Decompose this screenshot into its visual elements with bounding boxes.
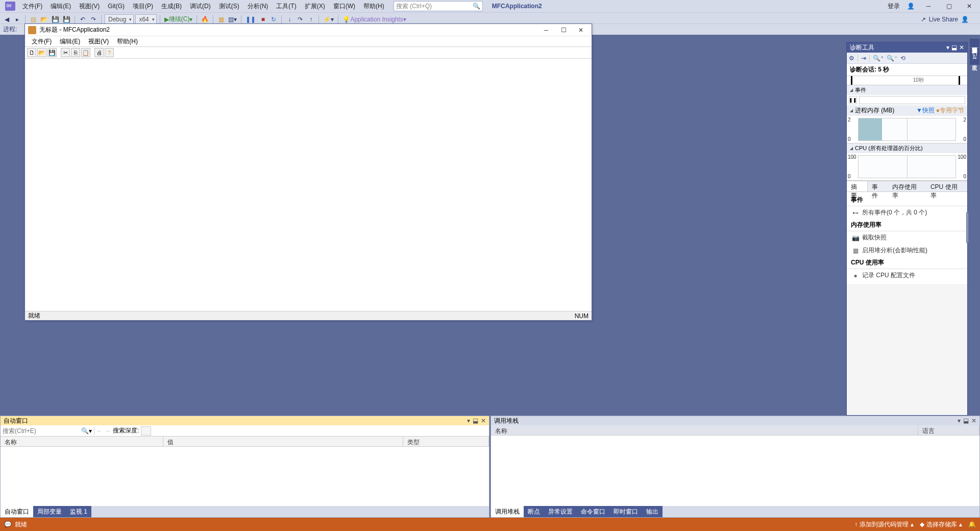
- mfc-open-icon[interactable]: 📂: [37, 48, 46, 57]
- menu-debug[interactable]: 调试(D): [186, 1, 215, 12]
- diag-zoom-out-icon[interactable]: 🔍⁻: [887, 55, 897, 62]
- menu-git[interactable]: Git(G): [104, 1, 129, 11]
- diag-tab-memory[interactable]: 内存使用率: [888, 181, 926, 191]
- menu-build[interactable]: 生成(B): [157, 1, 186, 12]
- feedback-icon[interactable]: 👤: [961, 16, 969, 23]
- diag-snapshot-link[interactable]: 📷截取快照: [847, 231, 967, 244]
- minimize-button[interactable]: ─: [920, 3, 937, 10]
- mfc-print-icon[interactable]: 🖨: [94, 48, 104, 57]
- save-all-icon[interactable]: 💾: [62, 14, 71, 25]
- mfc-close-button[interactable]: ✕: [573, 27, 589, 34]
- new-icon[interactable]: ▤: [29, 14, 38, 25]
- close-button[interactable]: ✕: [961, 3, 978, 10]
- mfc-new-icon[interactable]: 🗋: [27, 48, 36, 57]
- tab-exception[interactable]: 异常设置: [544, 506, 577, 517]
- pause-icon[interactable]: ❚❚: [244, 14, 257, 25]
- tab-callstack[interactable]: 调用堆栈: [491, 506, 524, 517]
- menu-extensions[interactable]: 扩展(X): [301, 1, 329, 12]
- menu-edit[interactable]: 编辑(E): [46, 1, 75, 12]
- diag-cpu-header[interactable]: CPU (所有处理器的百分比): [847, 143, 967, 153]
- diag-events-header[interactable]: 事件: [847, 85, 967, 95]
- step-out-icon[interactable]: ↑: [306, 14, 315, 25]
- step-into-icon[interactable]: ↓: [285, 14, 294, 25]
- diag-reset-icon[interactable]: ⟲: [900, 55, 905, 62]
- diag-tab-cpu[interactable]: CPU 使用率: [926, 181, 967, 191]
- diag-tab-summary[interactable]: 摘要: [847, 181, 868, 191]
- save-icon[interactable]: 💾: [51, 14, 60, 25]
- mfc-menu-help[interactable]: 帮助(H): [113, 37, 141, 46]
- mfc-client-area[interactable]: [26, 59, 591, 310]
- mfc-menu-file[interactable]: 文件(F): [28, 37, 55, 46]
- callstack-col-lang[interactable]: 语言: [918, 425, 979, 435]
- panel-pin-icon[interactable]: ⬓: [951, 44, 957, 51]
- stop-icon[interactable]: ■: [258, 14, 267, 25]
- vtab-solution-explorer[interactable]: 解决方案资源管理器: [970, 39, 979, 47]
- tab-immediate[interactable]: 即时窗口: [609, 506, 642, 517]
- autos-back-icon[interactable]: ←: [96, 427, 103, 435]
- mfc-copy-icon[interactable]: ⎘: [71, 48, 80, 57]
- autos-close-icon[interactable]: ✕: [481, 417, 486, 424]
- mfc-about-icon[interactable]: ?: [105, 48, 114, 57]
- mfc-save-icon[interactable]: 💾: [47, 48, 57, 57]
- mfc-title-bar[interactable]: 无标题 - MFCApplication2 ─ ☐ ✕: [25, 24, 592, 36]
- menu-test[interactable]: 测试(S): [215, 1, 243, 12]
- autos-col-name[interactable]: 名称: [1, 437, 163, 446]
- diag-zoom-in-icon[interactable]: 🔍⁺: [873, 55, 884, 62]
- diag-timeline[interactable]: 10秒: [847, 76, 967, 85]
- diag-tab-events[interactable]: 事件: [868, 181, 888, 191]
- diag-cpu-chart[interactable]: 100 0 100 0: [847, 153, 967, 181]
- panel-close-icon[interactable]: ✕: [959, 44, 964, 51]
- menu-analyze[interactable]: 分析(N): [243, 1, 273, 12]
- diag-pause-button[interactable]: ❚❚: [849, 96, 857, 104]
- diag-all-events-link[interactable]: ⊷所有事件(0 个，共 0 个): [847, 206, 967, 219]
- mfc-paste-icon[interactable]: 📋: [81, 48, 90, 57]
- callstack-col-name[interactable]: 名称: [491, 425, 918, 435]
- diag-record-link[interactable]: ●记录 CPU 配置文件: [847, 269, 967, 282]
- callstack-title[interactable]: 调用堆栈 ▾⬓✕: [491, 416, 979, 425]
- insights-icon[interactable]: 💡 Application Insights ▾: [341, 14, 407, 25]
- diag-export-icon[interactable]: ⇥: [861, 55, 866, 62]
- live-share-button[interactable]: Live Share: [929, 16, 958, 23]
- diag-memory-chart[interactable]: 2 0 2 0: [847, 116, 967, 143]
- repo-button[interactable]: ◆选择存储库▴: [920, 520, 962, 529]
- scroll-thumb[interactable]: [966, 212, 969, 243]
- menu-project[interactable]: 项目(P): [129, 1, 157, 12]
- step-over-icon[interactable]: ↷: [296, 14, 305, 25]
- login-button[interactable]: 登录: [886, 2, 902, 11]
- diag-memory-header[interactable]: 进程内存 (MB) ▼快照 ●专用字节: [847, 105, 967, 116]
- tab-output[interactable]: 输出: [642, 506, 663, 517]
- diag-heap-link[interactable]: ▦启用堆分析(会影响性能): [847, 244, 967, 257]
- autos-dropdown-icon[interactable]: ▾: [467, 417, 470, 424]
- autos-fwd-icon[interactable]: →: [105, 427, 111, 435]
- diagnostics-title[interactable]: 诊断工具 ▾⬓✕: [847, 42, 967, 53]
- undo-icon[interactable]: ↶: [78, 14, 87, 25]
- mfc-minimize-button[interactable]: ─: [538, 27, 554, 34]
- source-control-button[interactable]: ↑添加到源代码管理▴: [854, 520, 914, 529]
- menu-file[interactable]: 文件(F): [18, 1, 46, 12]
- tb-icon-3[interactable]: ⚡▾: [322, 14, 335, 25]
- diag-settings-icon[interactable]: ⚙: [849, 55, 854, 62]
- callstack-dropdown-icon[interactable]: ▾: [958, 417, 961, 424]
- menu-help[interactable]: 帮助(H): [359, 1, 388, 12]
- nav-fwd-icon[interactable]: ▸: [13, 14, 22, 25]
- tb-icon-2[interactable]: ▤▾: [227, 14, 238, 25]
- vtab-git-changes[interactable]: Git 更改: [970, 48, 979, 65]
- menu-tools[interactable]: 工具(T): [272, 1, 300, 12]
- nav-back-icon[interactable]: ◀: [2, 14, 11, 25]
- tb-icon-1[interactable]: ▦: [216, 14, 226, 25]
- tab-breakpoints[interactable]: 断点: [524, 506, 544, 517]
- platform-dropdown[interactable]: x64: [135, 14, 156, 25]
- menu-view[interactable]: 视图(V): [75, 1, 104, 12]
- autos-col-value[interactable]: 值: [163, 437, 403, 446]
- menu-window[interactable]: 窗口(W): [329, 1, 359, 12]
- tab-command[interactable]: 命令窗口: [577, 506, 609, 517]
- global-search-input[interactable]: 搜索 (Ctrl+Q) 🔍: [394, 1, 483, 11]
- autos-depth-dropdown[interactable]: [141, 426, 151, 436]
- account-icon[interactable]: 👤: [905, 3, 917, 10]
- tab-locals[interactable]: 局部变量: [33, 506, 66, 517]
- continue-button[interactable]: ▶ 继续(C) ▾: [163, 14, 194, 25]
- config-dropdown[interactable]: Debug: [105, 14, 134, 25]
- tab-autos[interactable]: 自动窗口: [1, 506, 33, 517]
- notifications-icon[interactable]: 🔔: [968, 521, 976, 528]
- mfc-menu-edit[interactable]: 编辑(E): [56, 37, 84, 46]
